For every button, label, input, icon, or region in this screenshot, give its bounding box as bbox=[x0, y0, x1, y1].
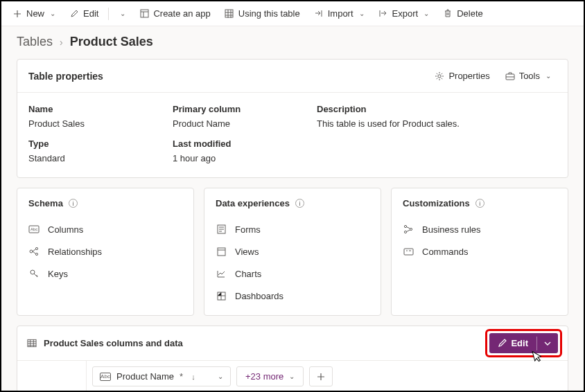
data-charts[interactable]: Charts bbox=[216, 267, 369, 280]
data-experiences-card: Data experiences i Forms Views bbox=[204, 188, 381, 316]
prop-name: Name Product Sales bbox=[28, 104, 139, 129]
views-icon bbox=[216, 246, 227, 257]
svg-rect-0 bbox=[141, 10, 148, 17]
table-icon bbox=[27, 339, 37, 348]
edit-button-wrap: Edit bbox=[489, 333, 558, 353]
new-button[interactable]: New ⌄ bbox=[7, 6, 61, 21]
edit-data-button[interactable]: Edit bbox=[489, 333, 558, 353]
properties-label: Properties bbox=[448, 71, 489, 81]
svg-text:Abc: Abc bbox=[30, 227, 37, 231]
svg-point-13 bbox=[404, 225, 406, 227]
prop-type-value: Standard bbox=[28, 153, 139, 163]
using-table-button[interactable]: Using this table bbox=[219, 6, 306, 21]
content: Table properties Properties Tools ⌄ bbox=[1, 59, 584, 392]
chevron-down-icon: ⌄ bbox=[424, 10, 429, 17]
custom-commands[interactable]: Commands bbox=[403, 244, 557, 258]
forms-icon bbox=[216, 224, 227, 235]
chevron-down-icon: ⌄ bbox=[218, 373, 223, 380]
schema-relationships[interactable]: Relationships bbox=[28, 244, 182, 258]
data-charts-label: Charts bbox=[235, 269, 261, 279]
sort-down-icon: ↓ bbox=[191, 373, 195, 381]
keys-icon bbox=[28, 268, 40, 279]
prop-modified-value: 1 hour ago bbox=[173, 153, 283, 163]
chevron-right-icon: › bbox=[60, 37, 63, 48]
properties-button[interactable]: Properties bbox=[429, 68, 495, 84]
delete-label: Delete bbox=[457, 8, 483, 19]
prop-modified-label: Last modified bbox=[173, 139, 283, 149]
prop-name-value: Product Sales bbox=[28, 118, 139, 129]
schema-relationships-label: Relationships bbox=[48, 247, 102, 257]
tools-button[interactable]: Tools ⌄ bbox=[500, 68, 557, 84]
primary-column-chip[interactable]: Abc Product Name* ↓ ⌄ bbox=[92, 366, 231, 386]
chevron-down-icon: ⌄ bbox=[120, 10, 125, 17]
breadcrumb-root[interactable]: Tables bbox=[17, 35, 53, 49]
export-button[interactable]: Export ⌄ bbox=[373, 6, 435, 21]
customizations-title: Customizations bbox=[403, 198, 470, 208]
export-icon bbox=[378, 9, 388, 19]
info-icon[interactable]: i bbox=[69, 199, 78, 208]
using-table-label: Using this table bbox=[238, 8, 300, 19]
edit-button[interactable]: Edit bbox=[64, 6, 104, 21]
svg-rect-11 bbox=[218, 248, 225, 256]
table-properties-header: Table properties Properties Tools ⌄ bbox=[17, 60, 568, 93]
new-label: New bbox=[26, 8, 44, 19]
custom-commands-label: Commands bbox=[422, 247, 468, 257]
schema-columns[interactable]: Abc Columns bbox=[28, 222, 182, 236]
info-icon[interactable]: i bbox=[295, 199, 304, 208]
prop-primary: Primary column Product Name bbox=[173, 104, 283, 129]
data-experiences-title: Data experiences bbox=[216, 198, 290, 208]
chevron-down-icon: ⌄ bbox=[50, 10, 55, 17]
columns-icon: Abc bbox=[28, 224, 40, 235]
svg-point-8 bbox=[35, 253, 37, 255]
data-dashboards[interactable]: Dashboards bbox=[216, 289, 369, 303]
required-asterisk: * bbox=[180, 371, 183, 382]
svg-point-14 bbox=[410, 228, 412, 230]
prop-type-label: Type bbox=[28, 139, 139, 149]
schema-columns-label: Columns bbox=[48, 224, 83, 235]
commands-icon bbox=[403, 246, 414, 257]
columns-data-title-text: Product Sales columns and data bbox=[44, 338, 183, 348]
table-properties-card: Table properties Properties Tools ⌄ bbox=[17, 59, 568, 178]
primary-column-name: Product Name bbox=[116, 371, 174, 382]
export-label: Export bbox=[392, 8, 419, 19]
pencil-icon bbox=[498, 339, 507, 348]
svg-point-2 bbox=[438, 74, 441, 77]
data-views[interactable]: Views bbox=[216, 244, 369, 258]
svg-rect-1 bbox=[225, 10, 233, 17]
columns-row: Abc Product Name* ↓ ⌄ +23 more ⌄ bbox=[17, 360, 568, 392]
svg-rect-16 bbox=[404, 249, 413, 255]
delete-button[interactable]: Delete bbox=[437, 6, 489, 21]
charts-icon bbox=[216, 268, 227, 279]
data-forms[interactable]: Forms bbox=[216, 222, 369, 236]
more-columns-button[interactable]: +23 more ⌄ bbox=[236, 366, 304, 386]
table-properties-actions: Properties Tools ⌄ bbox=[429, 68, 557, 84]
chevron-down-icon: ⌄ bbox=[359, 10, 365, 17]
prop-description-value: This table is used for Product sales. bbox=[317, 118, 557, 129]
edit-split-button[interactable] bbox=[537, 336, 558, 351]
schema-title: Schema bbox=[28, 198, 63, 208]
prop-type: Type Standard bbox=[28, 139, 139, 163]
svg-point-7 bbox=[35, 247, 37, 249]
create-app-button[interactable]: Create an app bbox=[134, 6, 216, 21]
edit-label: Edit bbox=[83, 8, 98, 19]
pencil-icon bbox=[69, 9, 79, 19]
custom-business-rules[interactable]: Business rules bbox=[403, 222, 557, 236]
info-icon[interactable]: i bbox=[475, 199, 484, 208]
import-button[interactable]: Import ⌄ bbox=[308, 6, 370, 21]
relationships-icon bbox=[28, 246, 40, 257]
prop-description-label: Description bbox=[317, 104, 557, 114]
plus-icon bbox=[12, 9, 22, 19]
data-views-label: Views bbox=[235, 247, 259, 257]
import-icon bbox=[314, 9, 324, 19]
columns-data-title: Product Sales columns and data bbox=[27, 338, 183, 348]
customizations-card: Customizations i Business rules Commands bbox=[391, 188, 568, 316]
add-column-button[interactable] bbox=[309, 366, 333, 386]
edit-split-button[interactable]: ⌄ bbox=[113, 7, 131, 20]
import-label: Import bbox=[328, 8, 353, 19]
schema-keys[interactable]: Keys bbox=[28, 267, 182, 280]
prop-modified: Last modified 1 hour ago bbox=[173, 139, 283, 163]
row-gutter bbox=[17, 361, 87, 392]
edit-data-label: Edit bbox=[511, 338, 528, 348]
table-icon bbox=[225, 9, 234, 19]
trash-icon bbox=[443, 9, 453, 19]
